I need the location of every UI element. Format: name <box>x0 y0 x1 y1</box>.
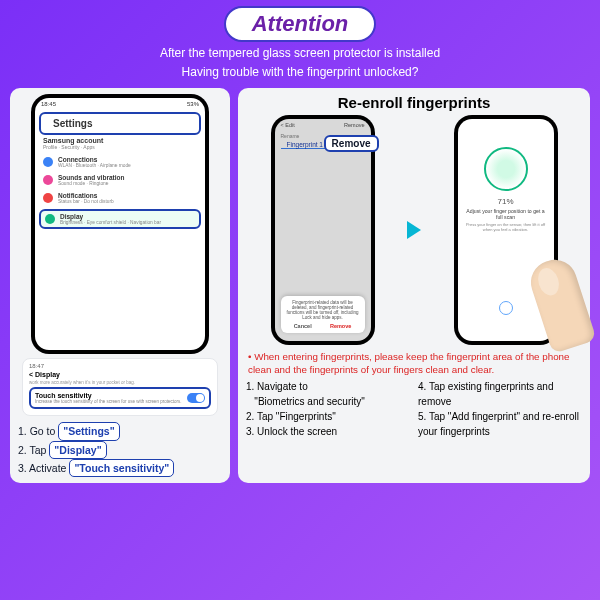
adjust-msg: Adjust your finger position to get a ful… <box>458 208 554 220</box>
warning-note: • When entering fingerprints, please kee… <box>248 351 580 375</box>
tag-biometrics: "Biometrics and security" <box>254 396 364 407</box>
subtitle-1: After the tempered glass screen protecto… <box>0 45 600 61</box>
press-hint: Press your finger on the sensor, then li… <box>458 222 554 232</box>
settings-highlight: Settings <box>39 112 201 135</box>
display-icon <box>45 214 55 224</box>
modal-msg: Fingerprint-related data will be deleted… <box>285 300 361 320</box>
display-card: 18:47 < Display work more accurately whe… <box>22 358 218 416</box>
touch-sens-desc: Increase the touch sensitivity of the sc… <box>35 399 182 404</box>
row-connections: ConnectionsWLAN · Bluetooth · Airplane m… <box>35 153 205 171</box>
status-bar: 18:45 53% <box>35 98 205 110</box>
remove-modal: Fingerprint-related data will be deleted… <box>281 296 365 333</box>
arrow-icon <box>403 221 425 239</box>
sensor-icon <box>499 301 513 315</box>
tag-fingerprints: "Fingerprints" <box>276 411 336 422</box>
right-title: Re-enroll fingerprints <box>246 94 582 111</box>
phone-settings: 18:45 53% Settings Samsung account Profi… <box>31 94 209 354</box>
sound-icon <box>43 175 53 185</box>
status-time: 18:45 <box>41 101 56 107</box>
panel-right: Re-enroll fingerprints Remove < Edit Rem… <box>238 88 590 483</box>
wifi-icon <box>43 157 53 167</box>
row-notifications: NotificationsStatus bar · Do not disturb <box>35 189 205 207</box>
tag-add-fp: "Add fingerprint" <box>448 411 520 422</box>
row-sounds: Sounds and vibrationSound mode · Rington… <box>35 171 205 189</box>
settings-title: Settings <box>45 116 195 131</box>
phone-enroll: 71% Adjust your finger position to get a… <box>454 115 558 345</box>
bell-icon <box>43 193 53 203</box>
left-steps: 1. Go to "Settings" 2. Tap "Display" 3. … <box>18 422 222 477</box>
card-back: < Display <box>29 371 211 378</box>
samsung-account: Samsung account Profile · Security · App… <box>35 137 205 150</box>
subtitle-2: Having trouble with the fingerprint unlo… <box>0 64 600 80</box>
touch-sens-toggle[interactable] <box>187 393 205 403</box>
status-batt: 53% <box>187 101 199 107</box>
touch-sens-title: Touch sensitivity <box>35 392 182 399</box>
remove-button[interactable]: Remove <box>330 323 351 329</box>
display-highlight: DisplayBrightness · Eye comfort shield ·… <box>39 209 201 229</box>
panels: 18:45 53% Settings Samsung account Profi… <box>0 82 600 491</box>
right-steps: 1. Navigate to "Biometrics and security"… <box>246 379 582 439</box>
phone-remove: Remove < Edit Remove Rename Fingerprint … <box>271 115 375 345</box>
scan-percent: 71% <box>458 197 554 206</box>
card-time: 18:47 <box>29 363 44 369</box>
tag-touch: "Touch sensitivity" <box>69 459 174 477</box>
attention-title: Attention <box>224 6 377 42</box>
fingerprint-icon <box>484 147 528 191</box>
header: Attention After the tempered glass scree… <box>0 0 600 82</box>
tag-settings: "Settings" <box>58 422 119 440</box>
panel-left: 18:45 53% Settings Samsung account Profi… <box>10 88 230 483</box>
tag-display: "Display" <box>49 441 106 459</box>
cancel-button[interactable]: Cancel <box>294 323 312 329</box>
remove-callout: Remove <box>324 135 379 152</box>
